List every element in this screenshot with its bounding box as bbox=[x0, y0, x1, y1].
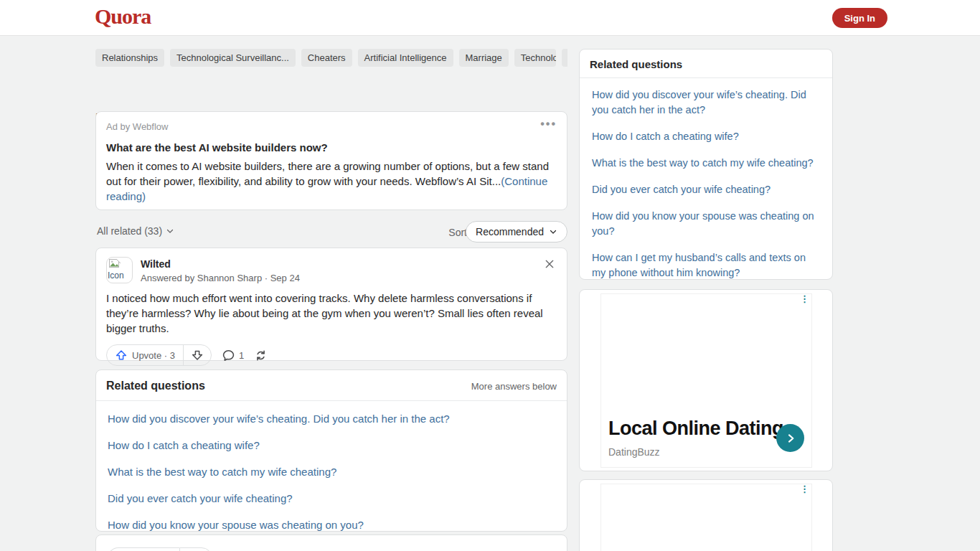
related-questions-card-main: Related questions More answers below How… bbox=[95, 369, 567, 532]
related-questions-card-sidebar: Related questions How did you discover y… bbox=[579, 49, 833, 280]
chevron-right-icon bbox=[785, 433, 796, 444]
all-related-label: All related (33) bbox=[97, 225, 162, 237]
ad-byline[interactable]: Ad by Webflow bbox=[106, 121, 557, 132]
ad-options-icon[interactable]: ••• bbox=[540, 118, 557, 131]
upvote-icon bbox=[115, 349, 128, 362]
dismiss-answer-button[interactable] bbox=[544, 258, 557, 271]
repost-icon bbox=[254, 349, 268, 362]
ad-body-text: When it comes to AI website builders, th… bbox=[106, 160, 549, 187]
related-questions-header: Related questions More answers below bbox=[96, 370, 567, 401]
topic-tag[interactable]: Artificial Intelligence bbox=[358, 49, 453, 67]
related-question-link[interactable]: How did you know your spouse was cheatin… bbox=[108, 517, 555, 532]
broken-image-icon bbox=[109, 259, 121, 269]
related-question-link[interactable]: How do I catch a cheating wife? bbox=[108, 438, 555, 453]
related-question-link[interactable]: What is the best way to catch my wife ch… bbox=[108, 464, 555, 479]
topic-tags-row: Relationships Technological Surveillanc.… bbox=[95, 48, 567, 67]
related-question-link[interactable]: How did you discover your wife’s cheatin… bbox=[108, 411, 555, 426]
related-questions-list: How did you discover your wife’s cheatin… bbox=[96, 401, 567, 532]
more-topics-pill[interactable]: + 5 bbox=[562, 49, 567, 67]
related-question-link[interactable]: How did you discover your wife’s cheatin… bbox=[592, 88, 821, 118]
comment-count: 1 bbox=[239, 350, 244, 361]
downvote-button[interactable] bbox=[184, 345, 211, 365]
ad-frame[interactable]: ⋮ bbox=[600, 484, 812, 551]
dating-ad-cta-button[interactable] bbox=[776, 424, 804, 452]
partial-next-card bbox=[95, 534, 567, 551]
repost-button[interactable] bbox=[254, 349, 268, 362]
vote-pill: Upvote · 3 bbox=[106, 344, 212, 366]
sidebar-related-title: Related questions bbox=[580, 50, 832, 78]
upvote-label: Upvote · 3 bbox=[132, 350, 175, 361]
more-answers-below-link[interactable]: More answers below bbox=[471, 381, 557, 392]
ad-choices-icon[interactable]: ⋮ bbox=[800, 296, 809, 301]
related-questions-title: Related questions bbox=[106, 380, 205, 392]
answer-header: Icon Wilted Answered by Shannon Sharp · … bbox=[106, 257, 557, 283]
webflow-ad-card: Ad by Webflow ••• What are the best AI w… bbox=[95, 111, 567, 210]
topic-tag[interactable]: Technolo bbox=[514, 49, 556, 67]
related-question-link[interactable]: How do I catch a cheating wife? bbox=[592, 129, 821, 144]
answer-author-block: Wilted Answered by Shannon Sharp · Sep 2… bbox=[141, 257, 300, 283]
partial-vote-pill bbox=[108, 547, 555, 551]
ad-frame[interactable]: ⋮ Local Online Dating DatingBuzz bbox=[600, 293, 812, 468]
answer-author-name[interactable]: Wilted bbox=[141, 258, 300, 270]
sort-label: Sort bbox=[448, 227, 467, 238]
sign-in-button[interactable]: Sign In bbox=[832, 8, 887, 28]
sort-value: Recommended bbox=[476, 226, 544, 237]
answers-filter-row: All related (33) Sort Recommended bbox=[95, 221, 567, 244]
comment-icon bbox=[222, 349, 235, 362]
topic-tag[interactable]: Technological Surveillanc... bbox=[170, 49, 296, 67]
sort-dropdown[interactable]: Recommended bbox=[466, 221, 567, 242]
sidebar-ad-card-2: ⋮ bbox=[579, 479, 833, 551]
related-question-link[interactable]: Did you ever catch your wife cheating? bbox=[108, 491, 555, 506]
downvote-icon bbox=[191, 349, 204, 362]
ad-choices-icon[interactable]: ⋮ bbox=[800, 486, 809, 491]
related-question-link[interactable]: How did you know your spouse was cheatin… bbox=[592, 209, 821, 239]
all-related-dropdown[interactable]: All related (33) bbox=[97, 225, 174, 237]
top-navbar: Quora Sign In bbox=[0, 0, 980, 36]
dating-ad-title[interactable]: Local Online Dating bbox=[608, 418, 783, 440]
answer-card: Icon Wilted Answered by Shannon Sharp · … bbox=[95, 248, 567, 361]
answer-meta: Answered by Shannon Sharp · Sep 24 bbox=[141, 273, 300, 283]
close-icon bbox=[544, 258, 555, 270]
topic-tag[interactable]: Cheaters bbox=[301, 49, 352, 67]
dating-ad-advertiser: DatingBuzz bbox=[608, 446, 660, 458]
partial-upvote-button[interactable] bbox=[108, 547, 179, 551]
quora-logo[interactable]: Quora bbox=[95, 4, 151, 29]
answer-body: I noticed how much effort went into cove… bbox=[106, 291, 557, 336]
comment-button[interactable]: 1 bbox=[222, 349, 244, 362]
partial-downvote-button[interactable] bbox=[179, 547, 212, 551]
upvote-button[interactable]: Upvote · 3 bbox=[107, 345, 183, 365]
answer-action-bar: Upvote · 3 1 bbox=[106, 344, 557, 366]
avatar[interactable]: Icon bbox=[106, 257, 133, 283]
sidebar-ad-card-dating: ⋮ Local Online Dating DatingBuzz bbox=[579, 289, 833, 471]
ad-title[interactable]: What are the best AI website builders no… bbox=[106, 141, 557, 154]
avatar-alt-text: Icon bbox=[108, 270, 124, 281]
related-question-link[interactable]: How can I get my husband’s calls and tex… bbox=[592, 250, 821, 281]
chevron-down-icon bbox=[166, 227, 174, 235]
topic-tag[interactable]: Marriage bbox=[459, 49, 509, 67]
related-question-link[interactable]: What is the best way to catch my wife ch… bbox=[592, 156, 821, 171]
related-question-link[interactable]: Did you ever catch your wife cheating? bbox=[592, 182, 821, 197]
sidebar-related-list: How did you discover your wife’s cheatin… bbox=[580, 78, 832, 281]
ad-body: When it comes to AI website builders, th… bbox=[106, 159, 557, 204]
chevron-down-icon bbox=[549, 227, 557, 236]
topic-tag[interactable]: Relationships bbox=[95, 49, 164, 67]
